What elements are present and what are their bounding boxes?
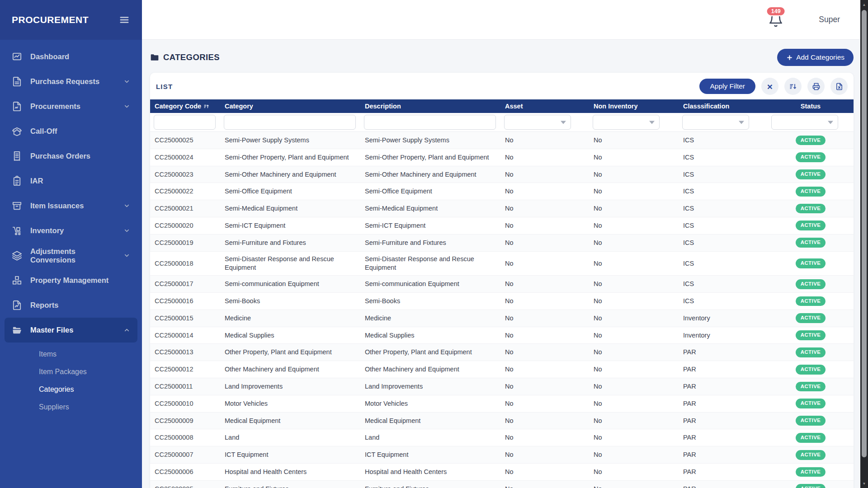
- cell-category: Other Property, Plant and Equipment: [220, 344, 360, 361]
- sidebar-subitem-suppliers[interactable]: Suppliers: [0, 398, 142, 416]
- menu-toggle-icon[interactable]: [118, 15, 130, 25]
- user-menu[interactable]: Super: [819, 15, 840, 24]
- print-button[interactable]: [807, 78, 825, 95]
- cell-non-inventory: No: [589, 446, 679, 464]
- sidebar-item-inventory[interactable]: Inventory: [0, 218, 142, 243]
- sidebar-item-purchase-requests[interactable]: Purchase Requests: [0, 69, 142, 94]
- window-scrollbar[interactable]: ▲ ▼: [860, 0, 868, 488]
- column-header-classsification[interactable]: Classsification: [679, 99, 768, 113]
- cell-status: ACTIVE: [768, 327, 854, 344]
- cell-category: Medical Supplies: [220, 327, 360, 344]
- table-row[interactable]: CC25000013Other Property, Plant and Equi…: [150, 344, 854, 361]
- filter-select-status[interactable]: [771, 115, 838, 130]
- scrollbar-thumb[interactable]: [862, 10, 867, 457]
- cell-description: Other Machinery and Equipment: [360, 361, 500, 378]
- column-header-description[interactable]: Description: [360, 99, 500, 113]
- filter-input-description[interactable]: [364, 115, 496, 130]
- export-excel-button[interactable]: [830, 78, 848, 95]
- table-row[interactable]: CC25000024Semi-Other Property, Plant and…: [150, 149, 854, 166]
- table-row[interactable]: CC25000006Hospital and Health CentersHos…: [150, 464, 854, 481]
- table-row[interactable]: CC25000005Furniture and FixturesFurnitur…: [150, 480, 854, 488]
- column-header-status[interactable]: Status: [768, 99, 854, 113]
- table-row[interactable]: CC25000018Semi-Disaster Response and Res…: [150, 251, 854, 276]
- cell-category: Semi-communication Equipment: [220, 276, 360, 293]
- file-contract-icon: [12, 101, 22, 112]
- table-row[interactable]: CC25000014Medical SuppliesMedical Suppli…: [150, 327, 854, 344]
- cell-classification: ICS: [679, 200, 768, 217]
- column-header-non-inventory[interactable]: Non Inventory: [589, 99, 679, 113]
- sidebar-item-reports[interactable]: Reports: [0, 293, 142, 318]
- sidebar-item-procurements[interactable]: Procurements: [0, 94, 142, 119]
- sidebar-subitem-categories[interactable]: Categories: [0, 380, 142, 398]
- cell-category-code: CC25000007: [150, 446, 220, 464]
- sidebar-item-label: Dashboard: [30, 52, 69, 61]
- cell-asset: No: [500, 200, 589, 217]
- cell-classification: ICS: [679, 251, 768, 276]
- table-row[interactable]: CC25000015MedicineMedicineNoNoInventoryA…: [150, 310, 854, 327]
- sort-button[interactable]: [784, 78, 802, 95]
- filter-input-category-code[interactable]: [154, 115, 216, 130]
- clear-filter-button[interactable]: ×: [761, 78, 778, 95]
- chart-line-icon: [12, 52, 22, 62]
- cell-description: Motor Vehicles: [360, 395, 500, 412]
- table-row[interactable]: CC25000025Semi-Power Supply SystemsSemi-…: [150, 132, 854, 149]
- filter-input-category[interactable]: [224, 115, 356, 130]
- table-row[interactable]: CC25000007ICT EquipmentICT EquipmentNoNo…: [150, 446, 854, 464]
- apply-filter-button[interactable]: Apply Filter: [699, 79, 755, 94]
- table-row[interactable]: CC25000023Semi-Other Machinery and Equip…: [150, 166, 854, 183]
- cell-non-inventory: No: [589, 344, 679, 361]
- sidebar-item-property-management[interactable]: Property Management: [0, 268, 142, 293]
- cell-status: ACTIVE: [768, 361, 854, 378]
- sidebar-item-item-issuances[interactable]: Item Issuances: [0, 193, 142, 218]
- table-row[interactable]: CC25000021Semi-Medical EquipmentSemi-Med…: [150, 200, 854, 217]
- add-categories-button[interactable]: Add Categories: [777, 49, 854, 66]
- chevron-down-icon: [649, 121, 655, 124]
- filter-select-classsification[interactable]: [682, 115, 749, 130]
- cell-category-code: CC25000008: [150, 429, 220, 446]
- cell-non-inventory: No: [589, 327, 679, 344]
- sidebar-item-label: Master Files: [30, 326, 73, 334]
- table-row[interactable]: CC25000020Semi-ICT EquipmentSemi-ICT Equ…: [150, 217, 854, 234]
- cell-non-inventory: No: [589, 395, 679, 412]
- table-row[interactable]: CC25000017Semi-communication EquipmentSe…: [150, 276, 854, 293]
- scroll-up-arrow-icon[interactable]: ▲: [860, 1, 868, 8]
- sidebar-subitem-items[interactable]: Items: [0, 345, 142, 363]
- sidebar-item-master-files[interactable]: Master Files: [5, 318, 137, 343]
- notifications-button[interactable]: 149: [768, 12, 783, 28]
- cell-asset: No: [500, 251, 589, 276]
- chevron-down-icon: [828, 121, 833, 124]
- column-header-asset[interactable]: Asset: [500, 99, 589, 113]
- cell-non-inventory: No: [589, 293, 679, 310]
- column-header-category[interactable]: Category: [220, 99, 360, 113]
- filter-select-non-inventory[interactable]: [593, 115, 660, 130]
- table-row[interactable]: CC25000016Semi-BooksSemi-BooksNoNoICSACT…: [150, 293, 854, 310]
- layers-icon: [12, 250, 22, 261]
- cell-description: Furniture and Fixtures: [360, 480, 500, 488]
- table-row[interactable]: CC25000022Semi-Office EquipmentSemi-Offi…: [150, 183, 854, 200]
- cell-category-code: CC25000015: [150, 310, 220, 327]
- cell-asset: No: [500, 149, 589, 166]
- cell-description: Semi-Power Supply Systems: [360, 132, 500, 149]
- table-row[interactable]: CC25000019Semi-Furniture and FixturesSem…: [150, 234, 854, 251]
- table-row[interactable]: CC25000011Land ImprovementsLand Improvem…: [150, 378, 854, 395]
- cell-status: ACTIVE: [768, 293, 854, 310]
- sidebar-item-adjustments-conversions[interactable]: Adjustments Conversions: [0, 243, 142, 268]
- sidebar-item-call-off[interactable]: Call-Off: [0, 119, 142, 144]
- table-row[interactable]: CC25000012Other Machinery and EquipmentO…: [150, 361, 854, 378]
- sidebar-item-purchase-orders[interactable]: Purchase Orders: [0, 144, 142, 169]
- cell-description: Land: [360, 429, 500, 446]
- cell-description: Semi-Office Equipment: [360, 183, 500, 200]
- column-header-category-code[interactable]: Category Code: [150, 99, 220, 113]
- scroll-down-arrow-icon[interactable]: ▼: [860, 480, 868, 487]
- filter-select-asset[interactable]: [504, 115, 571, 130]
- table-row[interactable]: CC25000010Motor VehiclesMotor VehiclesNo…: [150, 395, 854, 412]
- status-badge: ACTIVE: [796, 365, 826, 375]
- cell-asset: No: [500, 132, 589, 149]
- chevron-down-icon: [123, 227, 130, 234]
- sidebar-subitem-item-packages[interactable]: Item Packages: [0, 363, 142, 380]
- sidebar-item-dashboard[interactable]: Dashboard: [0, 44, 142, 69]
- table-row[interactable]: CC25000008LandLandNoNoPARACTIVE: [150, 429, 854, 446]
- table-row[interactable]: CC25000009Medical EquipmentMedical Equip…: [150, 412, 854, 429]
- sidebar-item-iar[interactable]: IAR: [0, 169, 142, 193]
- cell-status: ACTIVE: [768, 183, 854, 200]
